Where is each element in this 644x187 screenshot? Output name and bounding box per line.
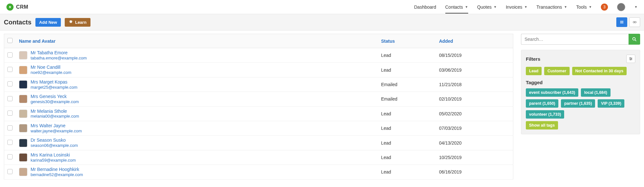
nav-menu: DashboardContacts▼Quotes▼Invoices▼Transa… [414,1,638,13]
learn-button[interactable]: Learn [65,18,90,27]
top-nav: CRM DashboardContacts▼Quotes▼Invoices▼Tr… [0,0,644,14]
contact-email-link[interactable]: noe92@example.com [31,70,71,75]
tag-pill[interactable]: partner (1,635) [561,99,595,108]
status-cell: Lead [378,63,436,77]
contact-avatar [19,139,27,147]
search-button[interactable] [629,34,640,45]
row-checkbox[interactable] [7,67,13,72]
page-title: Contacts [4,19,32,26]
view-toggle [616,17,640,27]
row-checkbox[interactable] [7,154,13,159]
svg-line-6 [635,40,636,41]
sliders-icon [629,57,633,61]
filter-pill[interactable]: Not Contacted in 30 days [572,67,627,75]
row-checkbox[interactable] [7,169,13,174]
svg-point-3 [633,22,635,23]
svg-point-10 [630,58,630,58]
added-cell: 05/02/2020 [436,106,513,121]
contacts-table-wrap: Name and Avatar Status Added Mr Tabatha … [4,34,513,180]
filter-settings-button[interactable] [626,55,635,63]
tag-pill[interactable]: VIP (3,339) [598,99,624,108]
table-row: Mrs Genesis Yeckgenesis30@example.comEma… [4,92,513,106]
added-cell: 11/21/2018 [436,77,513,92]
tag-pill[interactable]: event subscriber (1,643) [526,88,578,97]
brand[interactable]: CRM [6,4,28,11]
contact-email-link[interactable]: bernadine52@example.com [31,172,83,177]
contact-name-link[interactable]: Dr Season Susko [31,138,78,143]
nav-item-dashboard[interactable]: Dashboard [414,1,436,13]
status-cell: Lead [378,48,436,63]
list-icon [619,20,624,24]
added-cell: 10/25/2019 [436,150,513,165]
contact-name-link[interactable]: Mrs Marget Kopas [31,79,77,85]
contact-name-link[interactable]: Mr Noe Candill [31,65,71,70]
table-row: Mrs Walter Jaynewalter.jayne@example.com… [4,121,513,135]
user-avatar[interactable] [617,3,625,11]
notification-badge[interactable]: 3 [601,4,608,11]
contact-email-link[interactable]: melania00@example.com [31,114,79,119]
filters-panel: Filters LeadCustomerNot Contacted in 30 … [521,50,640,134]
contact-email-link[interactable]: tabatha.emore@example.com [31,56,87,61]
contact-avatar [19,95,27,103]
graduation-cap-icon [69,20,73,25]
contact-name-link[interactable]: Mrs Karina Losinski [31,152,76,158]
nav-item-transactions[interactable]: Transactions▼ [536,1,567,13]
contact-name-link[interactable]: Mrs Walter Jayne [31,123,82,129]
contact-email-link[interactable]: season06@example.com [31,143,78,148]
nav-item-label: Quotes [477,4,492,10]
add-new-button[interactable]: Add New [35,18,61,27]
list-view-button[interactable] [616,17,627,27]
nav-item-quotes[interactable]: Quotes▼ [477,1,497,13]
added-cell: 08/15/2019 [436,48,513,63]
nav-item-label: Invoices [506,4,522,10]
table-row: Mrs Marget Kopasmarget25@example.comEmai… [4,77,513,92]
svg-rect-2 [620,23,623,23]
contact-email-link[interactable]: genesis30@example.com [31,99,79,104]
page-header: Contacts Add New Learn [0,14,644,31]
filter-pill[interactable]: Lead [526,67,542,75]
column-added[interactable]: Added [436,34,513,48]
column-name[interactable]: Name and Avatar [16,34,378,48]
svg-point-4 [635,22,636,23]
caret-down-icon: ▼ [589,5,592,9]
select-all-checkbox[interactable] [7,38,13,43]
contact-name-link[interactable]: Mr Bernadine Hooghkirk [31,167,83,172]
contact-name-link[interactable]: Mr Tabatha Emore [31,50,87,56]
search-input[interactable] [521,34,629,45]
caret-down-icon: ▼ [494,5,497,9]
user-menu-caret-icon[interactable]: ▼ [634,5,638,9]
contact-email-link[interactable]: marget25@example.com [31,85,77,90]
row-checkbox[interactable] [7,111,13,116]
contact-email-link[interactable]: karina59@example.com [31,158,76,163]
show-all-tags-button[interactable]: Show all tags [526,121,558,129]
contact-avatar [19,168,27,176]
nav-item-contacts[interactable]: Contacts▼ [445,1,468,13]
row-checkbox[interactable] [7,52,13,58]
contact-name-link[interactable]: Mrs Genesis Yeck [31,94,79,99]
row-checkbox[interactable] [7,81,13,86]
tag-pill[interactable]: volunteer (1,733) [526,110,564,119]
row-checkbox[interactable] [7,96,13,101]
status-cell: Lead [378,121,436,135]
toggle-icon [632,20,638,24]
nav-item-tools[interactable]: Tools▼ [576,1,592,13]
search-icon [632,37,637,41]
right-sidebar: Filters LeadCustomerNot Contacted in 30 … [521,34,640,180]
tagged-title: Tagged [526,80,635,85]
row-checkbox[interactable] [7,140,13,145]
contact-avatar [19,80,27,89]
caret-down-icon: ▼ [465,5,468,9]
tag-pill[interactable]: local (1,684) [581,88,611,97]
tag-pill[interactable]: parent (1,650) [526,99,558,108]
contact-name-link[interactable]: Mr Melania Sthole [31,109,79,114]
filter-pill[interactable]: Customer [544,67,569,75]
contact-email-link[interactable]: walter.jayne@example.com [31,129,82,134]
added-cell: 02/10/2019 [436,92,513,106]
status-cell: Lead [378,136,436,150]
contact-avatar [19,153,27,162]
brand-name: CRM [16,4,28,10]
alt-view-button[interactable] [629,17,640,27]
row-checkbox[interactable] [7,125,13,130]
column-status[interactable]: Status [378,34,436,48]
nav-item-invoices[interactable]: Invoices▼ [506,1,527,13]
